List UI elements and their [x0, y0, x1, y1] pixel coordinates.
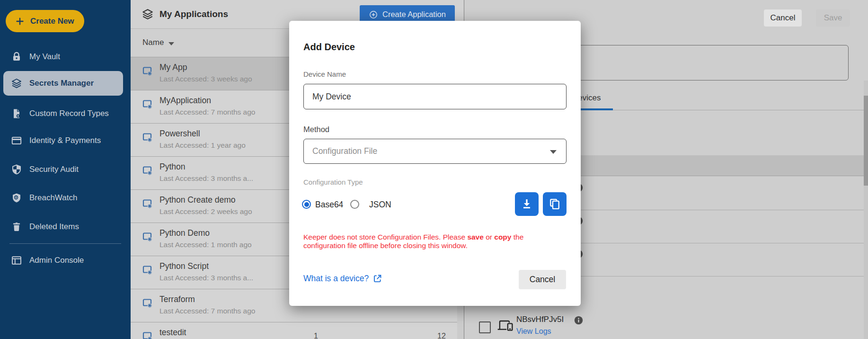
radio-selected-dot: [304, 202, 309, 207]
devices-icon: [496, 318, 514, 333]
radio-json-label: JSON: [369, 200, 391, 210]
application-name: Python Script: [159, 261, 253, 271]
card-icon: [11, 135, 22, 146]
file-gear-icon: [11, 108, 22, 119]
sidebar-item-label: Secrets Manager: [29, 79, 94, 88]
sort-caret-icon: [168, 42, 174, 45]
help-link-label: What is a device?: [303, 274, 369, 284]
application-icon: [141, 164, 153, 177]
application-last-accessed: Last Accessed: 7 months ago: [159, 307, 255, 315]
sidebar-item-label: My Vault: [29, 52, 60, 62]
application-icon: [141, 264, 153, 276]
application-row-text: PowershellLast Accessed: 1 year ago: [159, 129, 246, 150]
chevron-down-icon: [550, 150, 557, 154]
copy-icon: [548, 197, 561, 211]
lock-icon: [11, 51, 22, 62]
add-device-modal: Add Device Device Name Method Configurat…: [289, 21, 581, 306]
create-new-label: Create New: [30, 17, 74, 26]
details-scrollbar-thumb[interactable]: [864, 96, 868, 186]
layers-icon: [142, 8, 154, 20]
sidebar-item-label: BreachWatch: [29, 193, 77, 203]
application-row-text: PythonLast Accessed: 3 months a...: [159, 162, 253, 183]
create-new-button[interactable]: Create New: [6, 10, 84, 32]
sidebar-item-security-audit[interactable]: Security Audit: [0, 159, 131, 180]
application-last-accessed: Last Accessed: 3 months a...: [159, 174, 253, 183]
info-icon[interactable]: [574, 315, 584, 325]
sidebar: Create New My VaultSecrets ManagerCustom…: [0, 0, 131, 339]
application-row-text: MyApplicationLast Accessed: 7 months ago: [159, 96, 255, 116]
modal-cancel-button[interactable]: Cancel: [519, 270, 566, 289]
sidebar-item-label: Identity & Payments: [29, 136, 101, 145]
view-logs-link[interactable]: View Logs: [516, 327, 551, 336]
device-name: NBsvHfPJv5I: [516, 315, 564, 324]
application-icon: [141, 197, 153, 210]
application-last-accessed: Last Accessed: 3 weeks ago: [159, 75, 252, 83]
config-warning-text: Keeper does not store Configuration File…: [303, 233, 546, 250]
sidebar-item-label: Security Audit: [29, 165, 79, 174]
application-row-text: TerraformLast Accessed: 7 months ago: [159, 294, 255, 315]
sidebar-item-deleted-items[interactable]: Deleted Items: [0, 216, 131, 237]
application-last-accessed: Last Accessed: 1 year ago: [159, 141, 246, 150]
radio-base64[interactable]: [302, 200, 311, 209]
application-name: Python Create demo: [159, 195, 252, 205]
application-last-accessed: Last Accessed: 1 month ago: [159, 241, 252, 249]
application-last-accessed: Last Accessed: 3 months a...: [159, 274, 253, 282]
download-config-button[interactable]: [515, 192, 539, 216]
sidebar-divider: [9, 243, 121, 244]
layers-icon: [11, 78, 22, 89]
application-last-accessed: Last Accessed: 7 months ago: [159, 108, 255, 116]
device-name-input[interactable]: [303, 84, 567, 109]
copy-config-button[interactable]: [543, 192, 567, 216]
device-name-label: Device Name: [303, 70, 346, 78]
sidebar-item-secrets-manager[interactable]: Secrets Manager: [3, 71, 123, 96]
application-name: Terraform: [159, 294, 255, 304]
trash-icon: [11, 221, 22, 232]
application-name: testedit: [159, 328, 186, 338]
shield-eye-icon: [11, 192, 22, 204]
plus-circle-icon: [369, 10, 378, 19]
sidebar-item-identity-payments[interactable]: Identity & Payments: [0, 130, 131, 151]
application-icon: [141, 297, 153, 309]
application-row-text: My AppLast Accessed: 3 weeks ago: [159, 62, 252, 83]
application-icon: [141, 231, 153, 243]
application-records-count: 12: [437, 332, 446, 339]
sidebar-item-label: Admin Console: [29, 256, 84, 265]
download-icon: [520, 197, 533, 211]
application-row-testedit[interactable]: testedit112: [131, 322, 457, 339]
sidebar-item-custom-record-types[interactable]: Custom Record Types: [0, 103, 131, 124]
applications-title: My Applications: [159, 9, 228, 19]
device-checkbox[interactable]: [479, 321, 491, 333]
application-devices-count: 1: [314, 332, 318, 339]
details-save-button-disabled[interactable]: Save: [816, 9, 850, 27]
application-icon: [141, 65, 153, 77]
sidebar-item-admin-console[interactable]: Admin Console: [0, 250, 131, 271]
application-row-text: Python Create demoLast Accessed: 2 weeks…: [159, 195, 252, 216]
application-name: MyApplication: [159, 96, 255, 106]
application-name: Python Demo: [159, 228, 252, 238]
sidebar-item-breachwatch[interactable]: BreachWatch: [0, 187, 131, 208]
details-cancel-button[interactable]: Cancel: [764, 9, 802, 27]
application-name: Python: [159, 162, 253, 172]
application-icon: [141, 131, 153, 143]
shield-icon: [11, 164, 22, 175]
application-row-text: Python ScriptLast Accessed: 3 months a..…: [159, 261, 253, 282]
window-icon: [11, 255, 22, 266]
method-select[interactable]: Configuration File: [303, 139, 567, 164]
application-name: My App: [159, 62, 252, 72]
application-row-text: Python DemoLast Accessed: 1 month ago: [159, 228, 252, 249]
sidebar-item-label: Custom Record Types: [29, 109, 109, 118]
configuration-type-label: Configuration Type: [303, 178, 363, 186]
details-scrollbar: [864, 80, 868, 339]
what-is-a-device-link[interactable]: What is a device?: [303, 274, 382, 284]
radio-base64-label: Base64: [315, 200, 343, 210]
sidebar-item-label: Deleted Items: [29, 222, 79, 232]
radio-json[interactable]: [350, 200, 359, 209]
method-label: Method: [303, 125, 329, 134]
application-icon: [141, 330, 153, 339]
application-icon: [141, 98, 153, 110]
external-link-icon: [372, 274, 382, 284]
keeper-secrets-manager-screen: Create New My VaultSecrets ManagerCustom…: [0, 0, 868, 339]
application-name: Powershell: [159, 129, 246, 139]
sidebar-item-my-vault[interactable]: My Vault: [0, 46, 131, 67]
name-column-label: Name: [142, 38, 164, 47]
